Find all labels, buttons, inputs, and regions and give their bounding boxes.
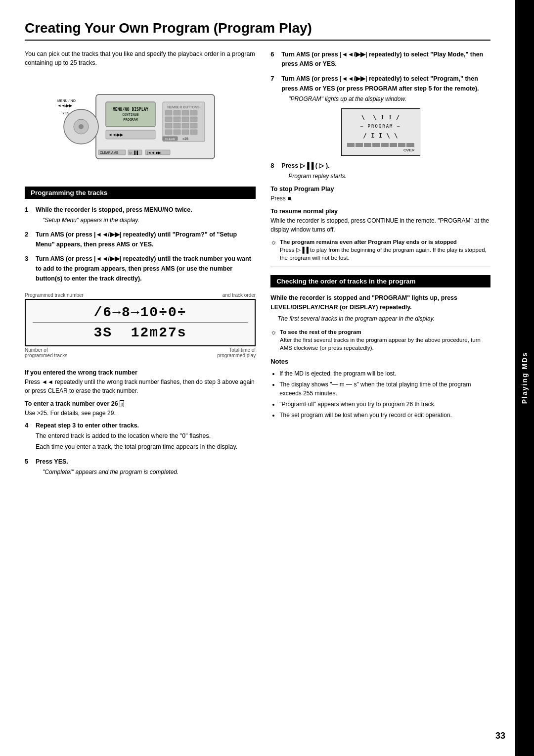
svg-text:MENU/NO  DISPLAY: MENU/NO DISPLAY: [112, 107, 148, 112]
svg-rect-20: [174, 130, 180, 135]
svg-rect-14: [190, 117, 197, 122]
svg-text:NUMBER BUTTONS: NUMBER BUTTONS: [167, 105, 200, 109]
wrong-track-text: Press ◄◄ repeatedly until the wrong trac…: [25, 378, 256, 395]
note-item-4: The set program will be lost when you tr…: [279, 411, 490, 420]
display-bar-8: [406, 143, 414, 147]
wrong-track-section: If you entered the wrong track number Pr…: [25, 369, 256, 395]
step-7-number: 7: [270, 74, 278, 103]
display-bar-2: [356, 143, 363, 147]
small-display-content: \ \ I I / — PROGRAM — / I I \ \: [347, 112, 415, 141]
over-26-text: Use >25. For details, see page 29.: [25, 409, 256, 418]
step-4-sub2: Each time you enter a track, the total p…: [36, 442, 237, 452]
checking-step-body: While the recorder is stopped and "PROGR…: [270, 293, 490, 312]
display-line-2: / I I \ \: [347, 130, 415, 141]
step-4-number: 4: [25, 421, 33, 452]
step-8-number: 8: [270, 161, 278, 181]
step-3: 3 Turn AMS (or press |◄◄/▶▶| repeatedly)…: [25, 254, 256, 283]
to-resume-text: While the recorder is stopped, press CON…: [270, 216, 490, 234]
svg-rect-22: [190, 130, 197, 135]
svg-rect-16: [174, 123, 180, 128]
svg-rect-8: [174, 110, 180, 115]
step-4-sub1: The entered track is added to the locati…: [36, 431, 237, 441]
step-3-number: 3: [25, 254, 33, 283]
display-top-labels: Programmed track number and track order: [25, 292, 256, 298]
step-5-sub: "Complete!" appears and the program is c…: [43, 468, 178, 476]
svg-rect-11: [165, 117, 172, 122]
page-title: Creating Your Own Program (Program Play): [25, 20, 490, 41]
device-svg: MENU/NO DISPLAY CONTINUE PROGRAM NUMBER …: [56, 75, 224, 179]
display-bottom-labels: Number ofprogrammed tracks Total time of…: [25, 347, 256, 358]
device-diagram: MENU/NO DISPLAY CONTINUE PROGRAM NUMBER …: [56, 75, 224, 179]
display-top-row: /6→8→10÷0÷: [33, 305, 248, 320]
page-container: Playing MDs Creating Your Own Program (P…: [0, 0, 534, 756]
note-item-3: "ProgramFull" appears when you try to pr…: [279, 400, 490, 409]
step-5-number: 5: [25, 457, 33, 476]
right-column: 6 Turn AMS (or press |◄◄/▶▶| repeatedly)…: [270, 49, 490, 481]
step-1-text: While the recorder is stopped, press MEN…: [36, 206, 192, 213]
over-26-heading: To enter a track number over 26 i: [25, 400, 256, 407]
page-number: 33: [495, 731, 505, 741]
step-2-number: 2: [25, 230, 33, 249]
to-resume-heading: To resume normal play: [270, 208, 490, 215]
svg-text:CONTINUE: CONTINUE: [122, 113, 139, 117]
svg-rect-9: [182, 110, 189, 115]
display-bottom-label-right: Total time ofprogrammed play: [217, 347, 256, 358]
step-2-text: Turn AMS (or press |◄◄/▶▶| repeatedly) u…: [36, 231, 237, 248]
tip-2-heading: To see the rest of the program: [280, 329, 361, 335]
step-1-sub: "Setup Menu" appears in the display.: [43, 216, 192, 225]
side-tab-label: Playing MDs: [521, 352, 529, 404]
to-stop-heading: To stop Program Play: [270, 186, 490, 192]
checking-step: While the recorder is stopped and "PROGR…: [270, 293, 490, 323]
svg-rect-10: [190, 110, 197, 115]
svg-text:YES: YES: [62, 111, 69, 115]
note-item-1: If the MD is ejected, the program will b…: [279, 369, 490, 378]
to-stop-text: Press ■.: [270, 194, 490, 203]
checking-heading: Checking the order of tracks in the prog…: [276, 278, 415, 285]
step-8: 8 Press ▷▐▐ ( ▷ ). Program replay starts…: [270, 161, 490, 181]
notes-heading: Notes: [270, 358, 490, 365]
step-4: 4 Repeat step 3 to enter other tracks. T…: [25, 421, 256, 452]
step-1: 1 While the recorder is stopped, press M…: [25, 205, 256, 225]
tip-1-content: The program remains even after Program P…: [280, 238, 490, 262]
divider: [270, 267, 490, 267]
left-column: You can pick out the tracks that you lik…: [25, 49, 256, 481]
svg-rect-17: [182, 123, 189, 128]
svg-rect-12: [174, 117, 180, 122]
display-bar-4: [372, 143, 380, 147]
tip-1-block: ☼ The program remains even after Program…: [270, 238, 490, 262]
tip-icon-1: ☼: [270, 237, 277, 262]
display-bottom-bar: [347, 143, 415, 147]
display-over: OVER: [347, 148, 415, 152]
step-8-sub: Program replay starts.: [288, 172, 347, 181]
tip-1-text: Press ▷▐▐ to play from the beginning of …: [280, 247, 487, 261]
step-5: 5 Press YES. "Complete!" appears and the…: [25, 457, 256, 476]
display-wrapper: Programmed track number and track order …: [25, 292, 256, 358]
notes-section: Notes If the MD is ejected, the program …: [270, 358, 490, 420]
svg-rect-7: [165, 110, 172, 115]
step-7: 7 Turn AMS (or press |◄◄/▶▶| repeatedly)…: [270, 74, 490, 103]
svg-text:>25: >25: [182, 137, 188, 141]
display-bottom-label-left: Number ofprogrammed tracks: [25, 347, 67, 358]
step-2: 2 Turn AMS (or press |◄◄/▶▶| repeatedly)…: [25, 230, 256, 249]
programming-section-header: Programming the tracks: [25, 187, 256, 199]
step-3-text: Turn AMS (or press |◄◄/▶▶| repeatedly) u…: [36, 255, 251, 282]
step-6-number: 6: [270, 49, 278, 69]
display-bar-3: [364, 143, 371, 147]
two-column-layout: You can pick out the tracks that you lik…: [25, 49, 490, 481]
display-bar-1: [347, 143, 355, 147]
step-6: 6 Turn AMS (or press |◄◄/▶▶| repeatedly)…: [270, 49, 490, 69]
main-content: Creating Your Own Program (Program Play)…: [0, 0, 515, 756]
display-top-label-left: Programmed track number: [25, 292, 84, 298]
svg-rect-13: [182, 117, 189, 122]
svg-text:MENU / NO: MENU / NO: [57, 99, 76, 102]
step-6-text: Turn AMS (or press |◄◄/▶▶| repeatedly) t…: [281, 51, 483, 68]
step-7-text: Turn AMS (or press |◄◄/▶▶| repeatedly) t…: [281, 75, 479, 92]
intro-text: You can pick out the tracks that you lik…: [25, 49, 256, 68]
small-display-box: \ \ I I / — PROGRAM — / I I \ \: [341, 108, 420, 156]
display-bottom-row: 3S 12m27s: [33, 325, 248, 340]
side-tab: Playing MDs: [515, 0, 534, 756]
main-display: /6→8→10÷0÷ 3S 12m27s: [25, 299, 256, 346]
tip-1-heading: The program remains even after Program P…: [280, 239, 457, 245]
svg-text:|◄◄  ▶▶|: |◄◄ ▶▶|: [147, 151, 162, 155]
svg-text:PROGRAM: PROGRAM: [123, 118, 138, 122]
